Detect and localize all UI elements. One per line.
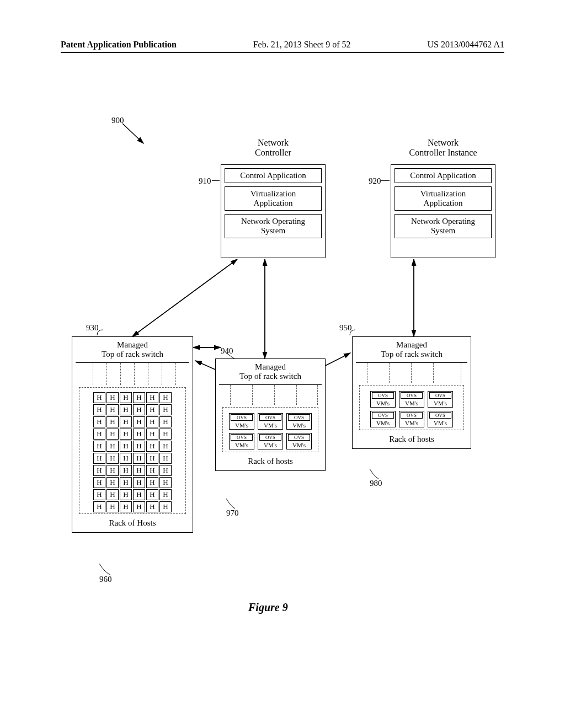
host-cell: H	[120, 501, 132, 512]
host-cell: H	[133, 465, 145, 476]
vms-label: VM's	[429, 400, 451, 406]
host-cell: H	[159, 404, 172, 415]
switch-940: Managed Top of rack switch OVSVM'sOVSVM'…	[215, 358, 326, 471]
host-cell: H	[93, 441, 105, 452]
host-cell: H	[106, 477, 119, 488]
ctrl1-row1: Control Application	[225, 168, 322, 183]
host-cell: H	[93, 453, 105, 464]
svg-line-2	[132, 259, 237, 336]
vms-label: VM's	[401, 400, 423, 406]
host-cell: H	[120, 416, 132, 427]
header-left: Patent Application Publication	[61, 40, 177, 50]
vms-label: VM's	[259, 422, 281, 429]
vm-cell: OVSVM's	[258, 413, 283, 430]
host-cell: H	[93, 489, 105, 500]
network-controller-1: Control Application Virtualization Appli…	[221, 164, 326, 258]
vm-cell: OVSVM's	[229, 413, 254, 430]
ovs-label: OVS	[401, 412, 423, 419]
vms-label: VM's	[372, 420, 394, 426]
host-cell: H	[106, 404, 119, 415]
host-cell: H	[106, 501, 119, 512]
sw950-title: Managed Top of rack switch	[356, 340, 467, 359]
refnum-960: 960	[99, 575, 112, 584]
host-cell: H	[120, 489, 132, 500]
host-cell: H	[120, 477, 132, 488]
vms-label: VM's	[288, 442, 310, 448]
host-cell: H	[146, 429, 158, 440]
vms-label: VM's	[259, 442, 281, 448]
vm-cell: OVSVM's	[286, 433, 312, 449]
host-cell: H	[133, 441, 145, 452]
host-cell: H	[159, 489, 172, 500]
host-cell: H	[93, 429, 105, 440]
host-cell: H	[133, 453, 145, 464]
host-cell: H	[133, 404, 145, 415]
host-cell: H	[133, 489, 145, 500]
refnum-940: 940	[221, 346, 233, 356]
vm-cell: OVSVM's	[229, 433, 254, 449]
header-right: US 2013/0044762 A1	[427, 40, 504, 50]
host-cell: H	[133, 429, 145, 440]
vms-label: VM's	[401, 420, 423, 426]
ctrl2-row3: Network Operating System	[395, 214, 492, 238]
ovs-label: OVS	[401, 392, 423, 399]
host-cell: H	[146, 477, 158, 488]
ctrl2-row1: Control Application	[395, 168, 492, 183]
sw940-rack-label: Rack of hosts	[219, 457, 322, 466]
ctrl2-row2: Virtualization Application	[395, 186, 492, 211]
host-cell: H	[120, 429, 132, 440]
vm-cell: OVSVM's	[370, 391, 396, 408]
host-cell: H	[120, 453, 132, 464]
host-cell: H	[159, 465, 172, 476]
ovs-label: OVS	[259, 434, 281, 441]
ovs-label: OVS	[372, 412, 394, 419]
host-cell: H	[159, 453, 172, 464]
ovs-label: OVS	[372, 392, 394, 399]
ovs-label: OVS	[231, 414, 253, 421]
host-cell: H	[159, 416, 172, 427]
host-cell: H	[146, 501, 158, 512]
vms-label: VM's	[288, 422, 310, 429]
vms-label: VM's	[231, 442, 253, 448]
diagram: 900	[61, 116, 504, 612]
host-cell: H	[106, 465, 119, 476]
host-cell: H	[106, 429, 119, 440]
host-cell: H	[120, 465, 132, 476]
vms-label: VM's	[231, 422, 253, 429]
host-cell: H	[120, 392, 132, 403]
host-cell: H	[120, 404, 132, 415]
host-cell: H	[133, 392, 145, 403]
host-cell: H	[93, 501, 105, 512]
host-cell: H	[146, 441, 158, 452]
host-cell: H	[159, 477, 172, 488]
host-cell: H	[106, 441, 119, 452]
host-cell: H	[133, 501, 145, 512]
host-cell: H	[146, 489, 158, 500]
ovs-label: OVS	[231, 434, 253, 441]
host-cell: H	[133, 416, 145, 427]
host-cell: H	[93, 404, 105, 415]
sw940-title: Managed Top of rack switch	[219, 362, 322, 381]
ctrl1-title: Network Controller	[221, 138, 326, 158]
svg-line-1	[132, 259, 237, 336]
vm-cell: OVSVM's	[399, 391, 424, 408]
switch-930: Managed Top of rack switch HHHHHHHHHHHHH…	[72, 336, 193, 533]
host-cell: H	[146, 392, 158, 403]
svg-line-0	[122, 124, 143, 143]
host-cell: H	[133, 477, 145, 488]
ctrl1-row3: Network Operating System	[225, 214, 322, 238]
host-cell: H	[159, 392, 172, 403]
refnum-930: 930	[86, 323, 99, 333]
host-cell: H	[146, 404, 158, 415]
refnum-900: 900	[111, 116, 124, 125]
host-cell: H	[120, 441, 132, 452]
host-cell: H	[106, 453, 119, 464]
header-center: Feb. 21, 2013 Sheet 9 of 52	[253, 40, 351, 50]
switch-950: Managed Top of rack switch OVSVM'sOVSVM'…	[352, 336, 471, 449]
refnum-980: 980	[370, 479, 382, 488]
figure-caption: Figure 9	[248, 601, 288, 614]
vm-cell: OVSVM's	[428, 391, 453, 408]
sw930-title: Managed Top of rack switch	[76, 340, 189, 359]
ovs-label: OVS	[429, 392, 451, 399]
sw950-rack-label: Rack of hosts	[356, 435, 467, 444]
